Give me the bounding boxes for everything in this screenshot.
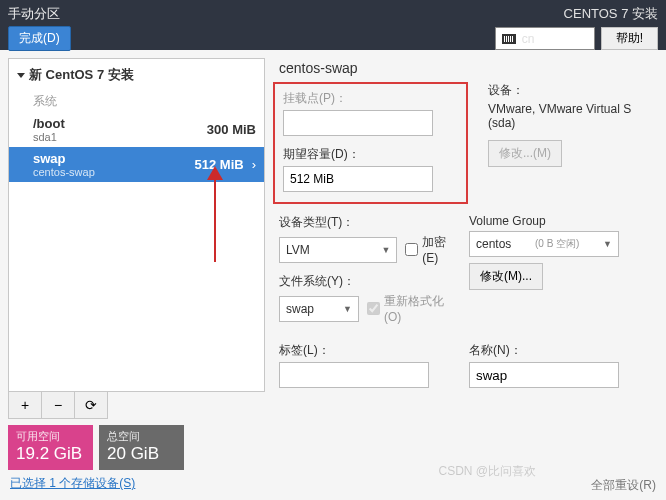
modify-device-button: 修改...(M) <box>488 140 562 167</box>
triangle-down-icon <box>17 73 25 78</box>
highlight-box: 挂载点(P)： 期望容量(D)： <box>273 82 468 204</box>
install-title: CENTOS 7 安装 <box>495 5 658 23</box>
reset-all-link[interactable]: 全部重设(R) <box>591 477 656 494</box>
mount-point-label: 挂载点(P)： <box>283 90 458 107</box>
storage-devices-link[interactable]: 已选择 1 个存储设备(S) <box>8 470 265 492</box>
done-button[interactable]: 完成(D) <box>8 26 71 51</box>
modify-vg-button[interactable]: 修改(M)... <box>469 263 543 290</box>
chevron-right-icon: › <box>252 157 256 172</box>
chevron-down-icon: ▼ <box>343 304 352 314</box>
device-type-label: 设备类型(T)： <box>279 214 449 231</box>
capacity-label: 期望容量(D)： <box>283 146 458 163</box>
keyboard-layout-value: cn <box>522 32 535 46</box>
filesystem-select[interactable]: swap ▼ <box>279 296 359 322</box>
chevron-down-icon: ▼ <box>381 245 390 255</box>
watermark: CSDN @比问喜欢 <box>438 463 536 480</box>
available-space-box: 可用空间 19.2 GiB <box>8 425 93 470</box>
install-group-header[interactable]: 新 CentOS 7 安装 <box>9 59 264 91</box>
reload-button[interactable]: ⟳ <box>74 391 108 419</box>
add-partition-button[interactable]: + <box>8 391 42 419</box>
device-label: 设备： <box>488 82 658 99</box>
tree-section-system: 系统 <box>9 91 264 112</box>
partition-button-bar: + − ⟳ <box>8 391 265 419</box>
device-value: VMware, VMware Virtual S (sda) <box>488 102 658 130</box>
partition-tree: 新 CentOS 7 安装 系统 /boot sda1 300 MiB swap… <box>8 58 265 392</box>
name-label: 名称(N)： <box>469 342 639 359</box>
name-input[interactable] <box>469 362 619 388</box>
help-button[interactable]: 帮助! <box>601 27 658 50</box>
tag-input[interactable] <box>279 362 429 388</box>
capacity-input[interactable] <box>283 166 433 192</box>
partition-row-boot[interactable]: /boot sda1 300 MiB <box>9 112 264 147</box>
tag-label: 标签(L)： <box>279 342 449 359</box>
encrypt-checkbox[interactable]: 加密(E) <box>405 234 449 265</box>
remove-partition-button[interactable]: − <box>41 391 75 419</box>
top-bar: 手动分区 完成(D) CENTOS 7 安装 cn 帮助! <box>0 0 666 50</box>
total-space-box: 总空间 20 GiB <box>99 425 184 470</box>
detail-title: centos-swap <box>273 58 658 82</box>
reformat-checkbox: 重新格式化(O) <box>367 293 449 324</box>
mount-point-input <box>283 110 433 136</box>
partition-row-swap[interactable]: swap centos-swap 512 MiB › <box>9 147 264 182</box>
keyboard-icon <box>502 34 516 44</box>
device-type-select[interactable]: LVM ▼ <box>279 237 397 263</box>
filesystem-label: 文件系统(Y)： <box>279 273 449 290</box>
volume-group-label: Volume Group <box>469 214 639 228</box>
page-title: 手动分区 <box>8 5 495 23</box>
volume-group-select[interactable]: centos (0 B 空闲) ▼ <box>469 231 619 257</box>
chevron-down-icon: ▼ <box>603 239 612 249</box>
keyboard-layout-select[interactable]: cn <box>495 27 595 50</box>
